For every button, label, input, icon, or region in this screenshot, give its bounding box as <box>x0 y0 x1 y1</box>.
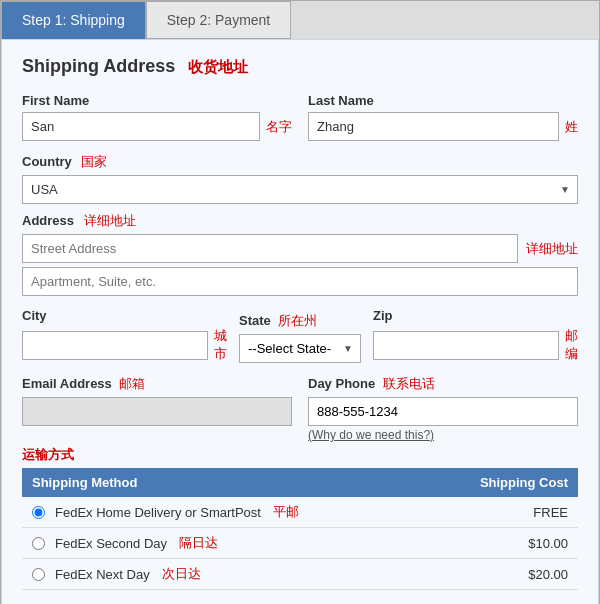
email-phone-row: Email Address 邮箱 Day Phone 联系电话 (Why do … <box>22 375 578 442</box>
table-row: FedEx Next Day 次日达 $20.00 <box>22 559 578 590</box>
last-name-label: Last Name <box>308 93 578 108</box>
phone-input-wrap <box>308 397 578 426</box>
section-title-zh: 收货地址 <box>188 58 248 75</box>
method-cell-1: FedEx Home Delivery or SmartPost 平邮 <box>22 497 426 528</box>
email-group: Email Address 邮箱 <box>22 375 292 442</box>
method-cell-2: FedEx Second Day 隔日达 <box>22 528 426 559</box>
country-group: Country 国家 USA Canada Mexico Other <box>22 153 578 204</box>
state-select[interactable]: --Select State- ALAKAZ CACONY TXWA <box>239 334 361 363</box>
country-label: Country 国家 <box>22 153 578 171</box>
state-select-wrap: --Select State- ALAKAZ CACONY TXWA <box>239 334 361 363</box>
first-name-group: First Name 名字 <box>22 93 292 141</box>
first-name-input[interactable] <box>22 112 260 141</box>
name-row: First Name 名字 Last Name 姓 <box>22 93 578 141</box>
tabs-bar: Step 1: Shipping Step 2: Payment <box>1 1 599 39</box>
cost-cell-2: $10.00 <box>426 528 578 559</box>
zip-zh: 邮编 <box>565 327 578 363</box>
first-name-zh: 名字 <box>266 118 292 136</box>
method-name-2: FedEx Second Day 隔日达 <box>32 534 416 552</box>
shipping-table: Shipping Method Shipping Cost FedEx Home… <box>22 468 578 590</box>
address-zh-label: 详细地址 <box>526 240 578 258</box>
table-row: FedEx Second Day 隔日达 $10.00 <box>22 528 578 559</box>
address-label: Address 详细地址 <box>22 212 578 230</box>
cost-cell-1: FREE <box>426 497 578 528</box>
main-container: Step 1: Shipping Step 2: Payment Shippin… <box>0 0 600 604</box>
first-name-label: First Name <box>22 93 292 108</box>
city-group: City 城市 <box>22 308 227 363</box>
method-name-1: FedEx Home Delivery or SmartPost 平邮 <box>32 503 416 521</box>
zip-input-wrap: 邮编 <box>373 327 578 363</box>
phone-input[interactable] <box>308 397 578 426</box>
phone-group: Day Phone 联系电话 (Why do we need this?) <box>308 375 578 442</box>
country-select-wrap: USA Canada Mexico Other <box>22 175 578 204</box>
table-row: FedEx Home Delivery or SmartPost 平邮 FREE <box>22 497 578 528</box>
section-title-text: Shipping Address <box>22 56 175 76</box>
why-link[interactable]: (Why do we need this?) <box>308 428 578 442</box>
city-zh: 城市 <box>214 327 227 363</box>
zip-label: Zip <box>373 308 578 323</box>
shipping-col2-header: Shipping Cost <box>426 468 578 497</box>
city-input[interactable] <box>22 331 208 360</box>
shipping-col1-header: Shipping Method <box>22 468 426 497</box>
last-name-input[interactable] <box>308 112 559 141</box>
address-row1: 详细地址 <box>22 234 578 263</box>
cost-cell-3: $20.00 <box>426 559 578 590</box>
shipping-radio-1[interactable] <box>32 506 45 519</box>
method-cell-3: FedEx Next Day 次日达 <box>22 559 426 590</box>
apt-address-input[interactable] <box>22 267 578 296</box>
method-zh-1: 平邮 <box>273 503 299 521</box>
section-title: Shipping Address 收货地址 <box>22 56 578 77</box>
last-name-group: Last Name 姓 <box>308 93 578 141</box>
method-name-3: FedEx Next Day 次日达 <box>32 565 416 583</box>
method-zh-3: 次日达 <box>162 565 201 583</box>
shipping-radio-3[interactable] <box>32 568 45 581</box>
email-input[interactable] <box>22 397 292 426</box>
form-content: Shipping Address 收货地址 First Name 名字 Last… <box>1 39 599 604</box>
method-label-3: FedEx Next Day <box>55 567 150 582</box>
zip-input[interactable] <box>373 331 559 360</box>
shipping-method-zh-label: 运输方式 <box>22 446 578 464</box>
address-row2 <box>22 267 578 296</box>
phone-label: Day Phone 联系电话 <box>308 375 578 393</box>
email-input-wrap <box>22 397 292 426</box>
method-zh-2: 隔日达 <box>179 534 218 552</box>
state-label: State 所在州 <box>239 312 361 330</box>
state-group: State 所在州 --Select State- ALAKAZ CACONY … <box>239 312 361 363</box>
city-state-zip-row: City 城市 State 所在州 --Select State- ALAKAZ… <box>22 308 578 363</box>
country-select[interactable]: USA Canada Mexico Other <box>22 175 578 204</box>
last-name-zh: 姓 <box>565 118 578 136</box>
tab-step1[interactable]: Step 1: Shipping <box>1 1 146 39</box>
address-section: Address 详细地址 详细地址 <box>22 212 578 296</box>
street-address-input[interactable] <box>22 234 518 263</box>
method-label-1: FedEx Home Delivery or SmartPost <box>55 505 261 520</box>
shipping-radio-2[interactable] <box>32 537 45 550</box>
last-name-input-wrap: 姓 <box>308 112 578 141</box>
method-label-2: FedEx Second Day <box>55 536 167 551</box>
zip-group: Zip 邮编 <box>373 308 578 363</box>
first-name-input-wrap: 名字 <box>22 112 292 141</box>
city-input-wrap: 城市 <box>22 327 227 363</box>
city-label: City <box>22 308 227 323</box>
tab-step2[interactable]: Step 2: Payment <box>146 1 292 39</box>
email-label: Email Address 邮箱 <box>22 375 292 393</box>
